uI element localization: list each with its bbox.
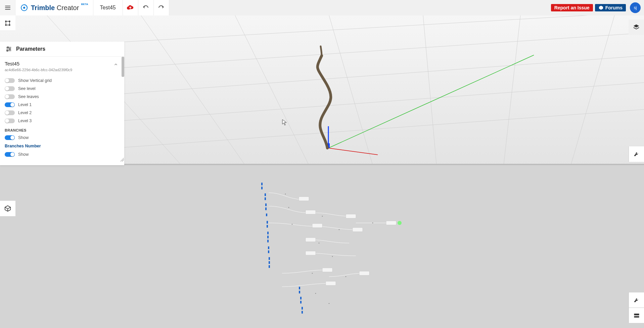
- svg-point-51: [398, 221, 402, 225]
- forums-button[interactable]: Forums: [595, 4, 626, 11]
- wrench-icon: [633, 297, 640, 303]
- svg-rect-30: [265, 193, 266, 196]
- toggle-switch[interactable]: [5, 110, 15, 115]
- svg-rect-39: [267, 240, 269, 242]
- panel-title: Parameters: [16, 46, 45, 52]
- nodes-icon: [4, 19, 11, 27]
- toggle-level-3[interactable]: Level 3: [5, 117, 120, 125]
- toggle-see-leaves[interactable]: See leaves: [5, 93, 120, 101]
- graph-settings-button-2[interactable]: [629, 292, 644, 308]
- svg-rect-48: [300, 301, 302, 303]
- parameters-panel: Parameters Test45 ac4d6e66-229d-4b6c-bfc…: [0, 42, 124, 165]
- left-tool-column: [0, 15, 15, 31]
- svg-rect-35: [267, 221, 268, 224]
- svg-rect-38: [267, 236, 269, 238]
- brand[interactable]: Trimble Creator BETA: [15, 0, 93, 15]
- report-issue-button[interactable]: Report an Issue: [551, 4, 593, 11]
- svg-rect-74: [634, 316, 639, 317]
- project-name: Test45: [5, 61, 72, 66]
- svg-rect-47: [300, 297, 302, 299]
- svg-rect-40: [268, 246, 269, 249]
- toggle-branches-show[interactable]: Show: [5, 134, 120, 142]
- chevron-up-icon: [113, 62, 118, 67]
- collapse-button[interactable]: [112, 61, 120, 69]
- svg-point-80: [7, 50, 8, 51]
- toggle-switch[interactable]: [5, 152, 15, 157]
- redo-icon: [158, 4, 165, 11]
- svg-rect-25: [326, 281, 336, 285]
- svg-rect-20: [346, 214, 356, 218]
- layout-button[interactable]: [629, 308, 644, 323]
- svg-point-69: [5, 20, 7, 22]
- toggle-label: See leaves: [18, 94, 39, 99]
- svg-rect-28: [261, 183, 263, 185]
- toggle-switch[interactable]: [5, 135, 15, 140]
- toggle-label: See level: [18, 86, 35, 91]
- toggle-switch[interactable]: [5, 86, 15, 91]
- toggle-see-level[interactable]: See level: [5, 85, 120, 93]
- document-name[interactable]: Test45: [93, 0, 123, 15]
- wrench-icon: [633, 151, 640, 157]
- graph-settings-button[interactable]: [0, 15, 15, 31]
- project-id: ac4d6e66-229d-4b6c-bfcc-042ad239f0c9: [5, 68, 72, 72]
- svg-point-56: [339, 229, 340, 230]
- svg-rect-33: [265, 207, 267, 210]
- svg-rect-21: [353, 228, 363, 232]
- undo-button[interactable]: [138, 0, 154, 15]
- panel-resize-handle[interactable]: [120, 157, 124, 161]
- toggle-label: Show: [18, 152, 29, 157]
- toggle-branches-show-2[interactable]: Show: [5, 150, 120, 158]
- toggle-level-1[interactable]: Level 1: [5, 101, 120, 109]
- svg-point-58: [332, 256, 333, 257]
- toggle-label: Show: [18, 135, 29, 140]
- toggle-label: Show Vertical grid: [18, 78, 52, 83]
- brand-text: Trimble Creator: [31, 4, 79, 12]
- svg-rect-31: [265, 197, 266, 200]
- layers-button[interactable]: [629, 19, 644, 35]
- svg-point-70: [9, 20, 10, 22]
- warehouse-button[interactable]: [0, 201, 15, 216]
- svg-point-60: [346, 276, 347, 277]
- undo-icon: [142, 4, 149, 11]
- svg-point-76: [7, 47, 8, 48]
- toggle-switch[interactable]: [5, 119, 15, 123]
- toggle-level-2[interactable]: Level 2: [5, 109, 120, 117]
- svg-line-7: [329, 15, 373, 165]
- svg-line-13: [328, 148, 378, 155]
- forums-icon: [598, 5, 604, 10]
- svg-rect-41: [268, 250, 269, 253]
- redo-button[interactable]: [154, 0, 169, 15]
- toggle-label: Level 2: [18, 110, 32, 115]
- branches-number-link[interactable]: Branches Number: [5, 142, 120, 150]
- avatar[interactable]: sj: [630, 2, 641, 13]
- svg-rect-32: [265, 203, 267, 206]
- node-graph[interactable]: [0, 166, 644, 328]
- menu-button[interactable]: [0, 0, 15, 15]
- toggle-switch[interactable]: [5, 94, 15, 99]
- section-branches: BRANCHES: [5, 125, 120, 134]
- svg-point-68: [23, 7, 25, 9]
- brand-badge: BETA: [81, 3, 88, 6]
- viewport-settings-button[interactable]: [629, 146, 644, 162]
- toggle-switch[interactable]: [5, 102, 15, 107]
- svg-rect-46: [299, 291, 300, 293]
- topbar: Trimble Creator BETA Test45 Report an Is…: [0, 0, 644, 15]
- svg-line-14: [328, 55, 534, 148]
- svg-point-63: [329, 303, 330, 304]
- svg-line-6: [235, 15, 309, 165]
- svg-rect-50: [302, 311, 303, 314]
- cloud-upload-button[interactable]: [123, 0, 138, 15]
- toggle-label: Level 1: [18, 102, 32, 107]
- svg-rect-17: [299, 197, 309, 201]
- svg-point-78: [9, 48, 10, 49]
- toggle-show-vertical-grid[interactable]: Show Vertical grid: [5, 77, 120, 85]
- panel-scrollbar[interactable]: [122, 57, 124, 77]
- svg-rect-29: [261, 187, 263, 189]
- cloud-upload-icon: [127, 4, 134, 11]
- svg-rect-37: [267, 232, 269, 234]
- svg-rect-27: [386, 221, 396, 225]
- svg-rect-43: [269, 261, 270, 264]
- toggle-switch[interactable]: [5, 78, 15, 83]
- svg-point-54: [292, 224, 293, 225]
- svg-point-57: [319, 243, 320, 244]
